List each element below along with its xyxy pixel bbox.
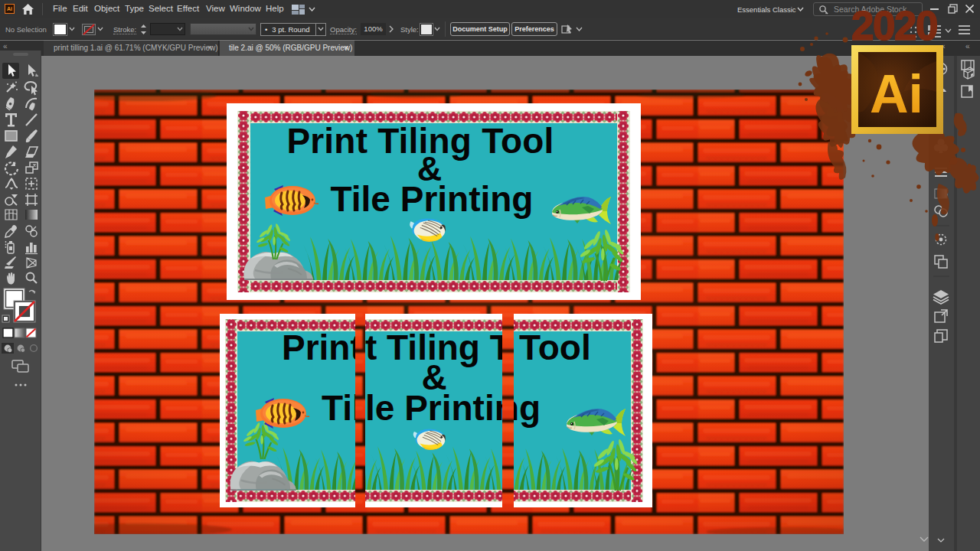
svg-text:2020: 2020 [851,3,937,48]
svg-text:Ai: Ai [870,64,923,124]
svg-text:Tile Printing: Tile Printing [331,179,534,219]
svg-text:Print: Print [282,328,362,367]
svg-text:Tool: Tool [519,328,591,367]
